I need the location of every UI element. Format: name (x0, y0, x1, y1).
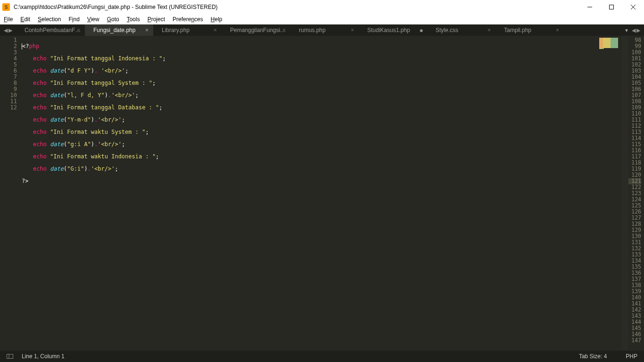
minimap[interactable] (561, 36, 622, 351)
minimize-button[interactable] (579, 0, 601, 14)
tab-size[interactable]: Tab Size: 4 (579, 353, 607, 360)
svg-rect-4 (7, 354, 13, 359)
title-bar: S C:\xampp\htdocs\Pratikum26\Fungsi_date… (0, 0, 644, 14)
status-bar: Line 1, Column 1 Tab Size: 4 PHP (0, 351, 644, 362)
tab-label: ContohPembuatanFungsi.php (25, 27, 81, 33)
menu-view[interactable]: View (83, 15, 103, 24)
menu-file[interactable]: File (0, 15, 17, 24)
tab-style-css[interactable]: Style.css× (427, 25, 495, 36)
menu-edit[interactable]: Edit (17, 15, 34, 24)
menu-selection[interactable]: Selection (34, 15, 65, 24)
tab-dirty-icon[interactable]: ● (420, 26, 423, 34)
tab-tampil-php[interactable]: Tampil.php× (495, 25, 564, 36)
tab-label: rumus.php (299, 27, 326, 33)
window-title: C:\xampp\htdocs\Pratikum26\Fungsi_date.p… (14, 4, 218, 10)
tab-close-icon[interactable]: × (214, 27, 217, 33)
svg-rect-1 (610, 5, 614, 9)
cursor-position[interactable]: Line 1, Column 1 (22, 353, 65, 360)
app-icon: S (2, 3, 10, 11)
menu-find[interactable]: Find (65, 15, 83, 24)
maximize-button[interactable] (601, 0, 622, 14)
tab-label: Fungsi_date.php (93, 27, 135, 33)
tab-close-icon[interactable]: × (556, 27, 559, 33)
editor-area: 123456789101112 <?php echo "Ini Format t… (0, 36, 644, 351)
menu-help[interactable]: Help (207, 15, 226, 24)
close-button[interactable] (622, 0, 644, 14)
right-gutter[interactable]: 9899100101102103104105106107108109110111… (628, 36, 644, 351)
tab-label: PemanggilanFungsi.php (230, 27, 287, 33)
tab-label: Tampil.php (504, 27, 531, 33)
menu-project[interactable]: Project (144, 15, 169, 24)
tab-fungsi-date-php[interactable]: Fungsi_date.php× (85, 25, 153, 36)
tab-label: StudiKasus1.php (367, 27, 410, 33)
menu-goto[interactable]: Goto (103, 15, 123, 24)
syntax-mode[interactable]: PHP (626, 353, 637, 360)
code-editor[interactable]: <?php echo "Ini Format tanggal Indonesia… (22, 36, 561, 351)
tab-scroll-right-icon[interactable]: ▶ (636, 27, 640, 33)
tab-bar: ◀ ▶ ContohPembuatanFungsi.php×Fungsi_dat… (0, 25, 644, 36)
tab-close-icon[interactable]: × (77, 27, 80, 33)
menu-preferences[interactable]: Preferences (169, 15, 207, 24)
tab-history-forward-icon[interactable]: ▶ (8, 27, 12, 33)
tab-dropdown-icon[interactable]: ▼ (622, 28, 631, 33)
tab-close-icon[interactable]: × (282, 27, 286, 33)
tab-close-icon[interactable]: × (487, 27, 491, 33)
menu-bar: File Edit Selection Find View Goto Tools… (0, 14, 644, 25)
tab-library-php[interactable]: Library.php× (153, 25, 222, 36)
tab-label: Style.css (436, 27, 458, 33)
tab-label: Library.php (162, 27, 190, 33)
vertical-scrollbar[interactable] (622, 36, 628, 351)
tab-pemanggilanfungsi-php[interactable]: PemanggilanFungsi.php× (222, 25, 290, 36)
line-gutter[interactable]: 123456789101112 (0, 36, 22, 351)
tab-studikasus1-php[interactable]: StudiKasus1.php● (359, 25, 427, 36)
tab-contohpembuatanfungsi-php[interactable]: ContohPembuatanFungsi.php× (16, 25, 85, 36)
menu-tools[interactable]: Tools (123, 15, 144, 24)
tab-close-icon[interactable]: × (351, 27, 354, 33)
tab-scroll-left-icon[interactable]: ◀ (632, 27, 636, 33)
tab-close-icon[interactable]: × (145, 27, 149, 33)
tab-history-back-icon[interactable]: ◀ (4, 27, 8, 33)
panel-switcher-icon[interactable] (7, 354, 13, 359)
tab-rumus-php[interactable]: rumus.php× (290, 25, 359, 36)
